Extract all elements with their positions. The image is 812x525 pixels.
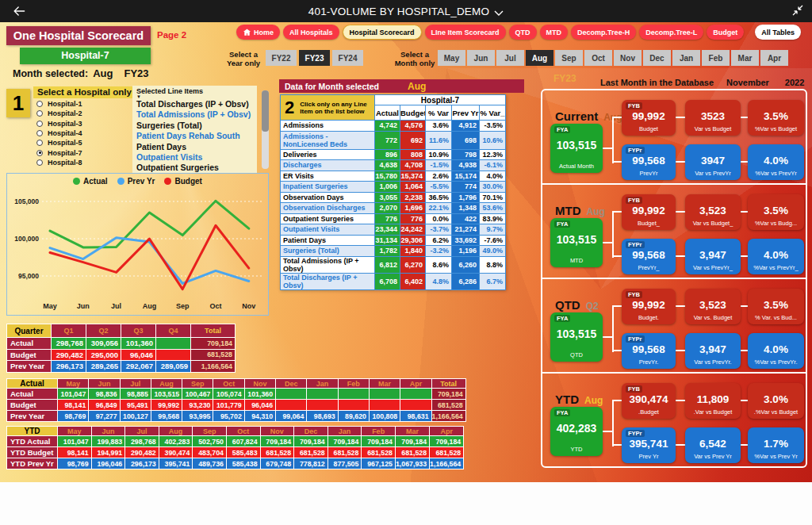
month-button-jun[interactable]: Jun (467, 50, 495, 66)
line-item-surgeries-total[interactable]: Surgeries (Total) (281, 246, 375, 257)
nav-pill-decomp-tree-l[interactable]: Decomp.Tree-L (639, 25, 703, 40)
nav-pill-all-tables[interactable]: All Tables (755, 25, 801, 40)
line-item-inpatient-surgeries[interactable]: Inpatient Surgeries (281, 182, 375, 193)
line-item-total-discharges-ip-obsv[interactable]: Total Discharges (IP + Obsv) (136, 99, 257, 109)
hospital-option-label: Hospital-8 (48, 159, 82, 167)
line-item-er-visits[interactable]: ER Visits (281, 171, 375, 182)
nav-pill-hospital-scorecard[interactable]: Hospital Scorecard (343, 25, 422, 40)
kpi-section-period: Q2 (586, 301, 599, 312)
line-item-outpatient-visits[interactable]: Outpatient Visits (136, 152, 257, 163)
collapse-icon[interactable] (791, 4, 804, 20)
month-button-mar[interactable]: Mar (731, 50, 759, 66)
month-button-dec[interactable]: Dec (643, 50, 671, 66)
total-cell: 709,184 (431, 389, 465, 400)
card-label: %Var vs Prev Yr (748, 453, 804, 460)
radio-icon (36, 130, 43, 136)
actual-cell: 1,782 (375, 246, 400, 257)
report-title[interactable]: 401-VOLUME BY HOSPITAL_DEMO (0, 6, 812, 17)
table-row-ytd-actual: YTD Actual101,047199,883298,768402,28350… (7, 436, 464, 447)
line-item-admissions[interactable]: Admissions (281, 121, 375, 132)
year-button-fy24[interactable]: FY24 (332, 50, 363, 66)
card-value: 103,515 (550, 328, 603, 340)
scrollbar-thumb[interactable] (262, 90, 269, 132)
nav-pill-budget[interactable]: Budget (707, 25, 744, 40)
column-header-apr: Apr (430, 427, 464, 436)
nav-pill-mtd[interactable]: MTD (540, 25, 569, 40)
month-data-header-text: Data for Month selected (285, 82, 379, 91)
month-button-jan[interactable]: Jan (672, 50, 700, 66)
pct-var-cell: -3.2% (426, 246, 452, 257)
nav-pill-decomp-tree-h[interactable]: Decomp.Tree-H (571, 25, 636, 40)
line-item-row: Total Discharges (IP + Obsv)6,7086,4024.… (281, 273, 506, 289)
row-label: Prev Year (7, 411, 58, 422)
connector-line (612, 400, 614, 446)
volume-line-chart[interactable]: ActualPrev YrBudget 95,000100,000105,000… (6, 173, 269, 316)
line-item-deliveries[interactable]: Deliveries (281, 149, 375, 160)
year-button-fy22[interactable]: FY22 (266, 50, 297, 66)
line-item-observation-days[interactable]: Observation Days (281, 192, 375, 203)
month-button-feb[interactable]: Feb (702, 50, 730, 66)
month-button-nov[interactable]: Nov (614, 50, 642, 66)
var-vs-prevyr-card: 3,947Var vs PrevYr_ (685, 239, 741, 274)
value-cell: 502,750 (193, 436, 227, 447)
card-chip: FYB (626, 385, 642, 393)
hospital-option-hospital-3[interactable]: Hospital-3 (36, 119, 82, 128)
month-button-may[interactable]: May (438, 50, 465, 66)
line-item-outpatient-surgeries[interactable]: Outpatient Surgeries (136, 163, 257, 173)
line-item-patient-days[interactable]: Patient Days (281, 235, 375, 246)
hospital-option-hospital-1[interactable]: Hospital-1 (36, 99, 82, 109)
select-month-line2: Month only (393, 59, 436, 68)
month-button-jul[interactable]: Jul (496, 50, 524, 66)
line-item-total-admissions-ip-obsv[interactable]: Total Admissions (IP + Obsv) (136, 109, 257, 120)
value-cell (307, 400, 338, 411)
nav-pill-line-item-scorecard[interactable]: LIne Item Scorecard (425, 25, 506, 40)
month-button-apr[interactable]: Apr (760, 50, 788, 66)
line-item-surgeries-total[interactable]: Surgeries (Total) (136, 121, 257, 131)
pct-var-vs-prevyr-card: 4.0%%Var vs PrevYr. (748, 333, 804, 369)
line-item-outpatient-visits[interactable]: Outpatient Visits (281, 224, 375, 236)
hospital-option-hospital-5[interactable]: Hospital-5 (36, 138, 82, 148)
last-month-value: November (726, 78, 769, 87)
hospital-option-hospital-8[interactable]: Hospital-8 (36, 158, 82, 167)
line-item-total-discharges-ip-obsv[interactable]: Total Discharges (IP + Obsv) (281, 273, 375, 289)
value-cell: 298,768 (125, 436, 159, 447)
chevron-down-icon (494, 10, 504, 17)
titlebar: 401-VOLUME BY HOSPITAL_DEMO (0, 0, 812, 22)
line-items-title: Selected Line Items (136, 87, 257, 95)
line-item-row: Outpatient Surgeries7767760.0%42283.9% (281, 213, 506, 224)
month-button-aug[interactable]: Aug (526, 50, 553, 66)
line-item-observation-discharges[interactable]: Observation Discharges (281, 203, 375, 214)
month-button-oct[interactable]: Oct (584, 50, 612, 66)
value-cell: 309,056 (86, 338, 121, 350)
connector-line (741, 350, 748, 351)
hospital-option-hospital-4[interactable]: Hospital-4 (36, 128, 82, 138)
value-cell: 681,528 (395, 447, 429, 458)
hospital-option-label: Hospital-4 (48, 129, 82, 137)
prev-yr-cell: 1,348 (452, 203, 480, 214)
value-cell: 483,704 (193, 447, 227, 458)
nav-pill-home[interactable]: Home (236, 25, 280, 40)
line-item-row: Discharges4,6384,708-1.5%4,938-6.1% (281, 160, 506, 171)
line-item-discharges[interactable]: Discharges (281, 160, 375, 171)
nav-pill-qtd[interactable]: QTD (509, 25, 537, 40)
svg-text:Oct: Oct (209, 302, 221, 310)
instruction-text: Click only on any Line Item on the list … (300, 101, 373, 115)
column-header-oct: Oct (213, 379, 244, 389)
line-item-patient-days[interactable]: Patient Days (136, 142, 257, 152)
hospital-option-hospital-7[interactable]: Hospital-7 (36, 148, 82, 157)
ytd-table-grid: YTDMayJunJulAugSepOctNovDecJanFebMarAprY… (6, 426, 464, 469)
kpi-section-period: Aug (587, 206, 605, 217)
year-button-fy23[interactable]: FY23 (299, 50, 330, 66)
line-item-total-admissions-ip-obsv[interactable]: Total Admissions (IP + Obsv) (281, 256, 375, 273)
metric-column-var: % Var (426, 105, 452, 121)
hospital-option-hospital-2[interactable]: Hospital-2 (36, 109, 82, 118)
line-item-admissions-nonlicensed-beds[interactable]: Admissions - NonLicensed Beds (281, 131, 375, 149)
month-button-sep[interactable]: Sep (555, 50, 583, 66)
value-cell: 100,808 (369, 411, 400, 422)
nav-pill-all-hospitals[interactable]: All Hospitals (283, 25, 339, 40)
pct-var2-cell: 8.8% (480, 256, 506, 273)
line-item-outpatient-surgeries[interactable]: Outpatient Surgeries (281, 213, 375, 224)
line-item-patient-days-rehab-south[interactable]: Patient Days Rehab South (136, 131, 257, 141)
line-items-scrollbar[interactable] (262, 90, 269, 169)
value-cell: 89,620 (338, 411, 369, 422)
